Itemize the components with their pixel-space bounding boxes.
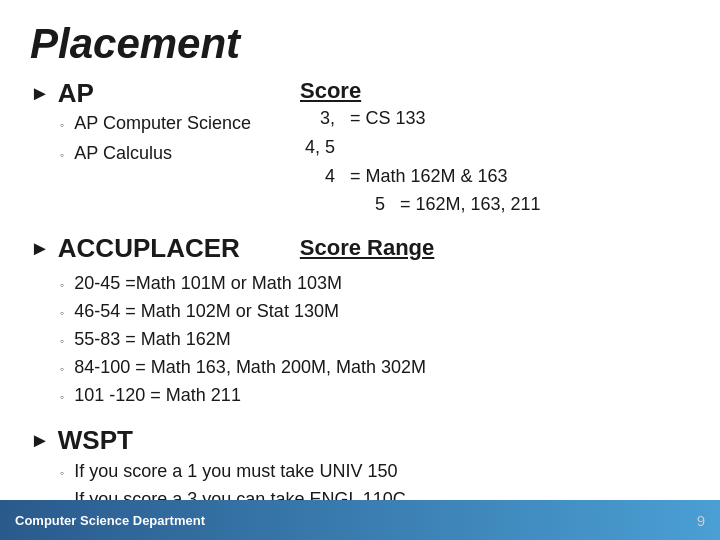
ap-score-row-extra: 5 = 162M, 163, 211 [300,190,690,219]
ap-left: ► AP ◦ AP Computer Science ◦ AP Calculus [30,78,300,219]
main-content: ► AP ◦ AP Computer Science ◦ AP Calculus [30,78,690,513]
bullet-icon: ◦ [60,332,64,350]
footer-page-number: 9 [697,512,705,529]
score-eq: = Math 162M & 163 [350,162,508,191]
ap-subitems: ◦ AP Computer Science ◦ AP Calculus [30,109,300,168]
list-item: ◦ 46-54 = Math 102M or Stat 130M [60,298,690,325]
wspt-title: ► WSPT [30,425,690,456]
score-eq: = CS 133 [350,104,426,133]
accuplacer-section: ► ACCUPLACER Score Range ◦ 20-45 =Math 1… [30,233,690,409]
score-value: 5 [350,190,400,219]
list-item: ◦ 84-100 = Math 163, Math 200M, Math 302… [60,354,690,381]
bullet-icon: ◦ [60,304,64,322]
list-item: ◦ AP Calculus [60,139,300,168]
ap-bullet-icon: ► [30,82,50,105]
score-value: 4 [300,162,350,191]
list-item: ◦ 55-83 = Math 162M [60,326,690,353]
bullet-icon: ◦ [60,388,64,406]
ap-score-row: 4 = Math 162M & 163 [300,162,690,191]
score-range-header: Score Range [300,235,435,261]
ap-section: ► AP ◦ AP Computer Science ◦ AP Calculus [30,78,690,219]
bullet-icon: ◦ [60,276,64,294]
bullet-icon: ◦ [60,116,64,135]
wspt-bullet-icon: ► [30,429,50,452]
ap-right: Score 3, 4, 5 = CS 133 4 = Math 162M & 1… [300,78,690,219]
score-header: Score [300,78,690,104]
bullet-icon: ◦ [60,360,64,378]
slide: Placement ► AP ◦ AP Computer Science [0,0,720,540]
list-item: ◦ 101 -120 = Math 211 [60,382,690,409]
slide-title: Placement [30,20,690,68]
accuplacer-title: ► ACCUPLACER [30,233,240,264]
footer-dept: Computer Science Department [15,513,205,528]
accuplacer-header: ► ACCUPLACER Score Range [30,233,690,264]
list-item: ◦ 20-45 =Math 101M or Math 103M [60,270,690,297]
footer: Computer Science Department 9 [0,500,720,540]
score-value: 3, 4, 5 [300,104,350,162]
list-item: ◦ AP Computer Science [60,109,300,138]
ap-title: ► AP [30,78,300,109]
score-eq: = 162M, 163, 211 [400,190,541,219]
accuplacer-subitems: ◦ 20-45 =Math 101M or Math 103M ◦ 46-54 … [30,270,690,409]
ap-score-row: 3, 4, 5 = CS 133 [300,104,690,162]
list-item: ◦ If you score a 1 you must take UNIV 15… [60,458,690,485]
accuplacer-bullet-icon: ► [30,237,50,260]
bullet-icon: ◦ [60,464,64,482]
bullet-icon: ◦ [60,146,64,165]
ap-layout: ► AP ◦ AP Computer Science ◦ AP Calculus [30,78,690,219]
